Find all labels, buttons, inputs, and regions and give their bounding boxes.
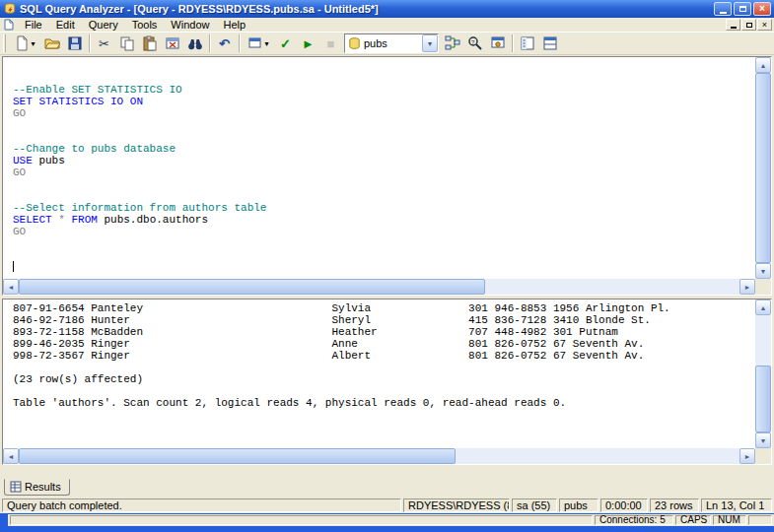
save-disk-icon: [67, 35, 83, 51]
close-button[interactable]: ×: [753, 2, 771, 16]
undo-button[interactable]: ↶: [213, 33, 236, 54]
menu-query[interactable]: Query: [82, 18, 125, 32]
minimize-icon: [720, 12, 727, 14]
num-lock-indicator: NUM: [713, 515, 746, 525]
menu-window[interactable]: Window: [164, 18, 216, 32]
mdi-close-icon: ×: [762, 21, 767, 30]
close-icon: ×: [759, 4, 765, 14]
app-icon: [3, 2, 17, 16]
database-combo-dropdown-button[interactable]: ▾: [422, 34, 438, 52]
find-binoculars-icon: [187, 35, 203, 51]
arrow-left-icon: ◄: [8, 453, 15, 460]
object-search-button[interactable]: ?: [463, 33, 486, 54]
background-status-empty: [10, 515, 593, 525]
execution-plan-icon: [445, 35, 460, 51]
open-folder-icon: [44, 35, 60, 51]
object-browser-icon: [520, 35, 535, 51]
query-editor-pane: --Enable SET STATISTICS IOSET STATISTICS…: [2, 56, 772, 296]
save-button[interactable]: [63, 33, 86, 54]
connections-indicator: Connections: 5: [595, 515, 673, 525]
parse-query-button[interactable]: ✓: [274, 33, 297, 54]
scrollbar-thumb[interactable]: [755, 73, 771, 263]
database-combo-value: pubs: [364, 37, 422, 49]
editor-horizontal-scrollbar[interactable]: ◄ ►: [3, 279, 755, 295]
minimize-button[interactable]: [714, 2, 732, 16]
title-bar[interactable]: SQL Query Analyzer - [Query - RDYESS\RDY…: [0, 0, 774, 18]
scroll-up-button[interactable]: ▲: [755, 299, 771, 315]
arrow-left-icon: ◄: [8, 284, 15, 291]
scrollbar-corner: [755, 448, 771, 464]
results-horizontal-scrollbar[interactable]: ◄ ►: [3, 448, 755, 464]
scrollbar-corner: [755, 279, 771, 295]
results-grid-icon: [10, 481, 22, 493]
display-plan-button[interactable]: [441, 33, 463, 54]
mdi-restore-icon: [746, 23, 752, 28]
cancel-stop-icon: ■: [327, 37, 335, 50]
status-message: Query batch completed.: [2, 499, 401, 512]
object-search-icon: ?: [467, 35, 483, 51]
cut-icon: ✂: [99, 37, 109, 50]
find-button[interactable]: [183, 33, 206, 54]
paste-icon: [142, 35, 158, 51]
scrollbar-thumb[interactable]: [19, 448, 456, 464]
scroll-down-button[interactable]: ▼: [755, 263, 771, 279]
toolbar-grip[interactable]: [3, 34, 6, 52]
query-editor[interactable]: --Enable SET STATISTICS IOSET STATISTICS…: [3, 57, 755, 279]
editor-vertical-scrollbar[interactable]: ▲ ▼: [755, 57, 771, 279]
scroll-left-button[interactable]: ◄: [3, 279, 19, 295]
text-caret: [13, 261, 14, 272]
caps-lock-indicator: CAPS: [675, 515, 711, 525]
open-button[interactable]: [40, 33, 63, 54]
results-tab-strip: Results: [2, 479, 772, 498]
menu-tools[interactable]: Tools: [125, 18, 165, 32]
toolbar-separator: [209, 34, 210, 52]
paste-button[interactable]: [138, 33, 161, 54]
new-query-dropdown-icon: ▾: [31, 39, 35, 48]
object-browser-button[interactable]: [516, 33, 538, 54]
parse-check-icon: ✓: [280, 37, 291, 50]
menu-edit[interactable]: Edit: [49, 18, 82, 32]
menu-help[interactable]: Help: [216, 18, 252, 32]
status-server: RDYESS\RDYESS (8.0): [403, 499, 510, 512]
copy-button[interactable]: [115, 33, 138, 54]
sql-query-analyzer-window: SQL Query Analyzer - [Query - RDYESS\RDY…: [0, 0, 774, 513]
scrollbar-thumb[interactable]: [19, 279, 485, 295]
arrow-right-icon: ►: [744, 284, 751, 291]
execute-mode-icon: [247, 35, 263, 51]
database-combo[interactable]: pubs ▾: [344, 33, 439, 53]
svg-text:?: ?: [471, 39, 475, 45]
mdi-minimize-button[interactable]: [726, 19, 740, 31]
scrollbar-thumb[interactable]: [755, 366, 771, 432]
toolbar-separator: [89, 34, 90, 52]
document-icon: [3, 19, 15, 31]
background-status-resize-grip: [748, 515, 772, 525]
restore-button[interactable]: [734, 2, 751, 16]
clear-window-button[interactable]: [161, 33, 183, 54]
tab-results[interactable]: Results: [4, 479, 70, 496]
scroll-right-button[interactable]: ►: [739, 448, 755, 464]
execute-mode-dropdown-icon: ▾: [264, 39, 268, 48]
execute-mode-button[interactable]: ▾: [243, 33, 274, 54]
show-results-pane-button[interactable]: [538, 33, 561, 54]
execute-query-button[interactable]: ►: [297, 33, 319, 54]
caret-line: [13, 261, 755, 273]
results-text[interactable]: 807-91-6654 Panteley Sylvia 301 946-8853…: [3, 299, 755, 448]
scroll-left-button[interactable]: ◄: [3, 448, 19, 464]
query-editor-lines: --Enable SET STATISTICS IOSET STATISTICS…: [13, 84, 755, 237]
toolbar-separator: [239, 34, 240, 52]
mdi-restore-button[interactable]: [741, 19, 756, 31]
connection-properties-icon: [490, 35, 506, 51]
scroll-up-button[interactable]: ▲: [755, 57, 771, 73]
results-pane: 807-91-6654 Panteley Sylvia 301 946-8853…: [2, 299, 772, 465]
scroll-down-button[interactable]: ▼: [755, 432, 771, 448]
menu-file[interactable]: File: [18, 18, 49, 32]
undo-icon: ↶: [219, 37, 230, 50]
results-vertical-scrollbar[interactable]: ▲ ▼: [755, 299, 771, 448]
mdi-close-button[interactable]: ×: [757, 19, 772, 31]
toolbar: ▾ ✂: [0, 32, 774, 55]
connection-properties-button[interactable]: [486, 33, 509, 54]
cut-button[interactable]: ✂: [93, 33, 115, 54]
scroll-right-button[interactable]: ►: [739, 279, 755, 295]
new-query-button[interactable]: ▾: [9, 33, 40, 54]
toolbar-separator: [512, 34, 513, 52]
